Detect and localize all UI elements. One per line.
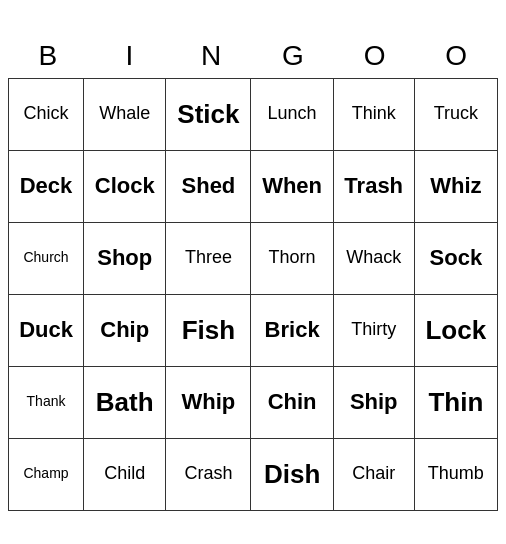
- cell-text: Chair: [338, 464, 410, 484]
- cell-text: Whiz: [419, 174, 493, 198]
- cell-text: Bath: [88, 388, 161, 417]
- cell-text: Stick: [170, 100, 246, 129]
- cell-text: Champ: [13, 466, 79, 481]
- cell-text: Think: [338, 104, 410, 124]
- cell-text: Church: [13, 250, 79, 265]
- cell-r0-c0: Chick: [9, 78, 84, 150]
- cell-text: Crash: [170, 464, 246, 484]
- cell-r0-c3: Lunch: [251, 78, 333, 150]
- cell-r0-c5: Truck: [414, 78, 497, 150]
- cell-r3-c2: Fish: [166, 294, 251, 366]
- table-row: ChurchShopThreeThornWhackSock: [9, 222, 498, 294]
- bingo-header: BINGOO: [8, 34, 498, 78]
- cell-text: Trash: [338, 174, 410, 198]
- cell-text: Thorn: [255, 248, 328, 268]
- cell-r5-c0: Champ: [9, 438, 84, 510]
- cell-text: Dish: [255, 460, 328, 489]
- cell-text: Brick: [255, 318, 328, 342]
- cell-r2-c4: Whack: [333, 222, 414, 294]
- bingo-grid: ChickWhaleStickLunchThinkTruckDeckClockS…: [8, 78, 498, 511]
- cell-text: When: [255, 174, 328, 198]
- cell-r2-c1: Shop: [84, 222, 166, 294]
- cell-text: Whip: [170, 390, 246, 414]
- cell-text: Duck: [13, 318, 79, 342]
- bingo-container: BINGOO ChickWhaleStickLunchThinkTruckDec…: [8, 34, 498, 511]
- cell-text: Clock: [88, 174, 161, 198]
- cell-text: Whack: [338, 248, 410, 268]
- cell-r1-c4: Trash: [333, 150, 414, 222]
- cell-text: Thank: [13, 394, 79, 409]
- cell-text: Thumb: [419, 464, 493, 484]
- cell-r0-c2: Stick: [166, 78, 251, 150]
- cell-r3-c3: Brick: [251, 294, 333, 366]
- cell-r4-c5: Thin: [414, 366, 497, 438]
- cell-text: Child: [88, 464, 161, 484]
- cell-r2-c3: Thorn: [251, 222, 333, 294]
- cell-r1-c1: Clock: [84, 150, 166, 222]
- cell-r2-c0: Church: [9, 222, 84, 294]
- cell-text: Truck: [419, 104, 493, 124]
- cell-r4-c0: Thank: [9, 366, 84, 438]
- cell-r1-c2: Shed: [166, 150, 251, 222]
- cell-text: Shed: [170, 174, 246, 198]
- cell-r4-c2: Whip: [166, 366, 251, 438]
- header-letter-n-2: N: [171, 34, 253, 78]
- header-letter-o-4: O: [335, 34, 417, 78]
- cell-r2-c5: Sock: [414, 222, 497, 294]
- cell-text: Three: [170, 248, 246, 268]
- cell-r5-c4: Chair: [333, 438, 414, 510]
- cell-text: Deck: [13, 174, 79, 198]
- cell-text: Whale: [88, 104, 161, 124]
- header-letter-b-0: B: [8, 34, 90, 78]
- cell-r5-c2: Crash: [166, 438, 251, 510]
- header-letter-g-3: G: [253, 34, 335, 78]
- cell-r4-c1: Bath: [84, 366, 166, 438]
- cell-text: Lock: [419, 316, 493, 345]
- cell-text: Thirty: [338, 320, 410, 340]
- cell-text: Sock: [419, 246, 493, 270]
- table-row: ThankBathWhipChinShipThin: [9, 366, 498, 438]
- cell-text: Shop: [88, 246, 161, 270]
- table-row: DuckChipFishBrickThirtyLock: [9, 294, 498, 366]
- cell-r5-c5: Thumb: [414, 438, 497, 510]
- cell-r3-c5: Lock: [414, 294, 497, 366]
- cell-text: Chip: [88, 318, 161, 342]
- cell-r3-c4: Thirty: [333, 294, 414, 366]
- cell-r4-c3: Chin: [251, 366, 333, 438]
- cell-r1-c3: When: [251, 150, 333, 222]
- header-letter-i-1: I: [90, 34, 172, 78]
- header-letter-o-5: O: [416, 34, 498, 78]
- cell-text: Ship: [338, 390, 410, 414]
- cell-text: Chick: [13, 104, 79, 124]
- table-row: ChampChildCrashDishChairThumb: [9, 438, 498, 510]
- table-row: ChickWhaleStickLunchThinkTruck: [9, 78, 498, 150]
- cell-r1-c0: Deck: [9, 150, 84, 222]
- cell-r4-c4: Ship: [333, 366, 414, 438]
- cell-r5-c1: Child: [84, 438, 166, 510]
- cell-r5-c3: Dish: [251, 438, 333, 510]
- cell-r1-c5: Whiz: [414, 150, 497, 222]
- cell-r2-c2: Three: [166, 222, 251, 294]
- cell-r3-c0: Duck: [9, 294, 84, 366]
- table-row: DeckClockShedWhenTrashWhiz: [9, 150, 498, 222]
- cell-text: Thin: [419, 388, 493, 417]
- cell-r0-c4: Think: [333, 78, 414, 150]
- cell-r3-c1: Chip: [84, 294, 166, 366]
- cell-r0-c1: Whale: [84, 78, 166, 150]
- cell-text: Fish: [170, 316, 246, 345]
- cell-text: Chin: [255, 390, 328, 414]
- cell-text: Lunch: [255, 104, 328, 124]
